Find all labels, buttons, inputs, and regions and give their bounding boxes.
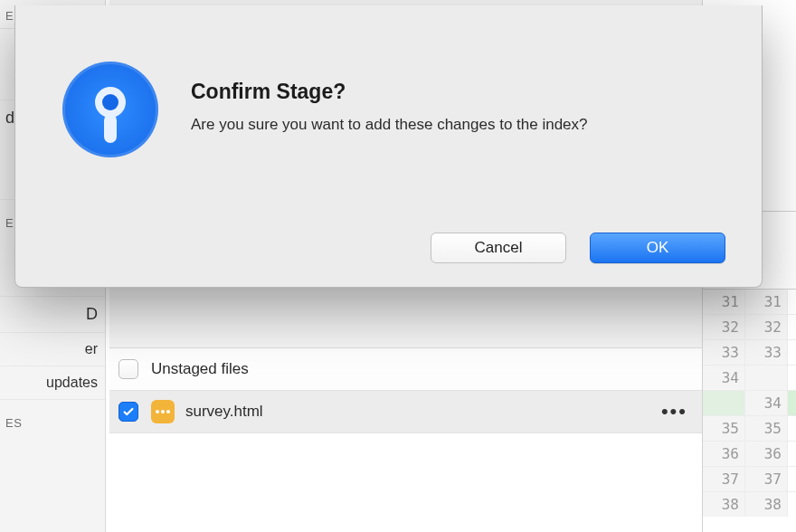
- sidebar-item[interactable]: er: [0, 332, 105, 366]
- dialog-title: Confirm Stage?: [191, 80, 731, 104]
- sidebar-item[interactable]: D: [0, 296, 105, 332]
- confirm-stage-dialog: Confirm Stage? Are you sure you want to …: [14, 5, 763, 288]
- diff-line-numbers: 3737: [703, 466, 796, 491]
- sidebar-group-label: ES: [0, 399, 105, 438]
- file-status-modified-icon: [151, 400, 175, 423]
- sidebar-item[interactable]: updates: [0, 366, 105, 399]
- unstaged-files-header[interactable]: Unstaged files: [109, 348, 702, 391]
- cancel-button[interactable]: Cancel: [431, 233, 566, 263]
- ok-button[interactable]: OK: [590, 233, 725, 263]
- unstaged-header-label: Unstaged files: [151, 360, 687, 378]
- diff-line-numbers: 3838: [703, 491, 796, 517]
- file-row-filename: survey.html: [185, 403, 661, 421]
- diff-line-numbers: 3535: [703, 415, 796, 441]
- file-row[interactable]: survey.html •••: [109, 391, 702, 433]
- diff-line-numbers: 34: [703, 390, 796, 415]
- dialog-message: Are you sure you want to add these chang…: [191, 115, 625, 136]
- diff-line-numbers: 34: [703, 365, 796, 390]
- diff-line-numbers: 3636: [703, 441, 796, 466]
- file-row-checkbox[interactable]: [118, 402, 138, 422]
- diff-line-numbers: 3232: [703, 314, 796, 339]
- unstaged-header-checkbox[interactable]: [118, 359, 138, 379]
- app-icon: [62, 62, 158, 157]
- diff-line-numbers: 3333: [703, 339, 796, 365]
- diff-line-numbers: 3131: [703, 289, 796, 314]
